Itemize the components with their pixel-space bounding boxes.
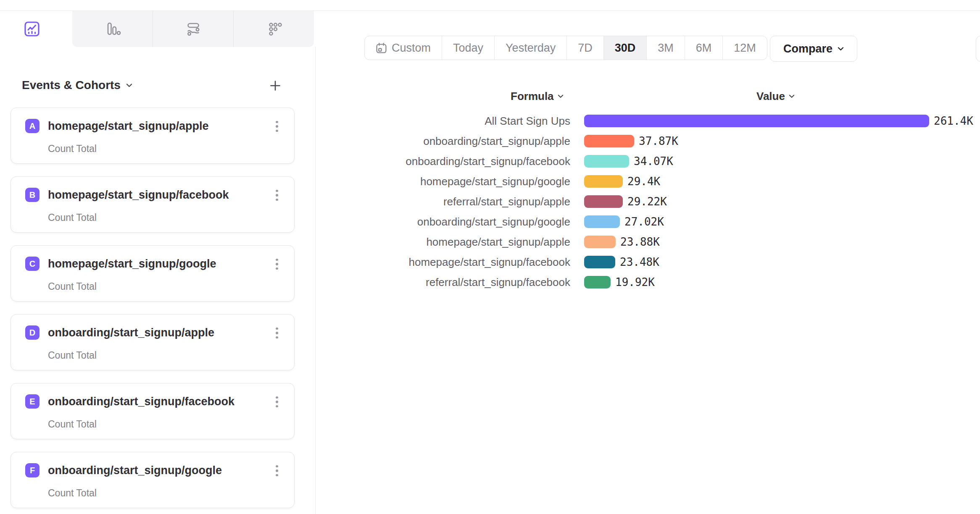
events-cohorts-title: Events & Cohorts: [22, 79, 121, 92]
kebab-menu-icon[interactable]: [271, 394, 283, 409]
value-bar[interactable]: [584, 155, 629, 168]
value-label: 29.4K: [627, 175, 660, 188]
bar-chart-icon: [104, 21, 121, 37]
event-card[interactable]: C homepage/start_signup/google Count Tot…: [11, 245, 295, 302]
date-range-label: 3M: [658, 42, 674, 55]
date-range-segment[interactable]: 30D: [603, 36, 647, 60]
series-label: onboarding/start_signup/apple: [378, 135, 570, 148]
event-card-list: A homepage/start_signup/apple Count Tota…: [11, 108, 295, 508]
series-label: referral/start_signup/apple: [378, 195, 570, 208]
date-range-label: Yesterday: [506, 42, 556, 55]
value-bar[interactable]: [584, 236, 616, 248]
date-range-label: Today: [453, 42, 483, 55]
chart-row: onboarding/start_signup/google 27.02K: [378, 215, 979, 228]
chevron-down-icon: [838, 47, 844, 51]
kebab-menu-icon[interactable]: [271, 257, 283, 272]
series-letter-badge: D: [25, 325, 40, 340]
event-card[interactable]: F onboarding/start_signup/google Count T…: [11, 452, 295, 508]
chart-row: onboarding/start_signup/apple 37.87K: [378, 135, 979, 147]
event-card[interactable]: D onboarding/start_signup/apple Count To…: [11, 314, 295, 370]
date-range-segment[interactable]: 7D: [566, 36, 603, 60]
bar-chart: All Start Sign Ups 261.4K onboarding/sta…: [378, 115, 979, 296]
chart-row: referral/start_signup/facebook 19.92K: [378, 276, 979, 288]
event-card[interactable]: A homepage/start_signup/apple Count Tota…: [11, 108, 295, 164]
date-range-segment[interactable]: 6M: [685, 36, 723, 60]
event-metric[interactable]: Count Total: [48, 212, 97, 223]
tab-insights[interactable]: [0, 11, 64, 47]
chevron-down-icon: [789, 94, 795, 98]
kebab-menu-icon[interactable]: [271, 119, 283, 134]
value-bar[interactable]: [584, 215, 620, 228]
value-bar[interactable]: [584, 256, 615, 268]
tab-retention[interactable]: [233, 11, 314, 47]
date-range-segment[interactable]: Today: [442, 36, 494, 60]
value-bar[interactable]: [584, 195, 623, 208]
kebab-menu-icon[interactable]: [271, 188, 283, 203]
event-name: onboarding/start_signup/google: [48, 463, 222, 477]
compare-button[interactable]: Compare: [770, 36, 857, 62]
series-letter-badge: C: [25, 257, 40, 271]
event-name: homepage/start_signup/google: [48, 257, 216, 271]
event-name: homepage/start_signup/apple: [48, 119, 209, 133]
chart-row: homepage/start_signup/apple 23.88K: [378, 236, 979, 248]
kebab-menu-icon[interactable]: [271, 463, 283, 478]
tab-bar-chart[interactable]: [72, 11, 153, 47]
add-event-button[interactable]: [268, 79, 282, 93]
compare-label: Compare: [783, 42, 832, 55]
series-label: referral/start_signup/facebook: [378, 276, 570, 289]
date-range-segment[interactable]: 12M: [722, 36, 767, 60]
date-range-label: Custom: [392, 42, 431, 55]
retention-grid-icon: [266, 21, 282, 37]
event-card[interactable]: B homepage/start_signup/facebook Count T…: [11, 176, 295, 233]
chart-row: referral/start_signup/apple 29.22K: [378, 195, 979, 208]
kebab-menu-icon[interactable]: [271, 325, 283, 341]
date-range-label: 6M: [696, 42, 712, 55]
value-label: 19.92K: [615, 276, 655, 288]
value-bar[interactable]: [584, 115, 929, 127]
clipped-edge-button[interactable]: [976, 36, 980, 62]
plus-icon: [269, 79, 282, 92]
event-metric[interactable]: Count Total: [48, 350, 97, 361]
chart-row: homepage/start_signup/google 29.4K: [378, 175, 979, 188]
date-range-label: 12M: [734, 42, 756, 55]
value-label: 23.88K: [620, 236, 660, 248]
event-metric[interactable]: Count Total: [48, 419, 97, 430]
value-label: 23.48K: [620, 256, 659, 268]
series-label: onboarding/start_signup/google: [378, 215, 570, 228]
series-label: All Start Sign Ups: [378, 115, 570, 128]
date-range-segment[interactable]: Yesterday: [494, 36, 566, 60]
value-label: 34.07K: [634, 155, 673, 168]
series-label: homepage/start_signup/google: [378, 175, 570, 188]
value-label: 37.87K: [639, 135, 678, 147]
event-card[interactable]: E onboarding/start_signup/facebook Count…: [11, 383, 295, 439]
value-label: 27.02K: [624, 215, 664, 228]
event-name: onboarding/start_signup/facebook: [48, 394, 234, 409]
value-label: 29.22K: [627, 195, 667, 208]
flows-icon: [185, 21, 202, 37]
date-range-label: 30D: [615, 42, 636, 55]
event-metric[interactable]: Count Total: [48, 143, 97, 155]
chart-type-tabs: [72, 11, 314, 47]
value-label: 261.4K: [934, 115, 973, 127]
value-bar[interactable]: [584, 175, 623, 188]
formula-column-header[interactable]: Formula: [511, 89, 564, 103]
event-name: onboarding/start_signup/apple: [48, 325, 214, 340]
series-label: homepage/start_signup/facebook: [378, 256, 570, 269]
event-metric[interactable]: Count Total: [48, 281, 97, 292]
event-name: homepage/start_signup/facebook: [48, 188, 229, 202]
events-cohorts-header[interactable]: Events & Cohorts: [22, 78, 132, 92]
value-header-label: Value: [756, 90, 785, 103]
date-range-segment[interactable]: Custom: [365, 36, 442, 60]
date-range-label: 7D: [578, 42, 593, 55]
series-letter-badge: B: [25, 188, 40, 202]
event-metric[interactable]: Count Total: [48, 488, 97, 499]
value-bar[interactable]: [584, 276, 611, 288]
tab-flows[interactable]: [153, 11, 233, 47]
chart-row: All Start Sign Ups 261.4K: [378, 115, 979, 127]
series-letter-badge: A: [25, 119, 40, 133]
value-bar[interactable]: [584, 135, 634, 147]
chart-row: homepage/start_signup/facebook 23.48K: [378, 256, 979, 268]
value-column-header[interactable]: Value: [756, 89, 795, 103]
date-range-segment[interactable]: 3M: [646, 36, 685, 60]
chevron-down-icon[interactable]: [126, 84, 132, 87]
